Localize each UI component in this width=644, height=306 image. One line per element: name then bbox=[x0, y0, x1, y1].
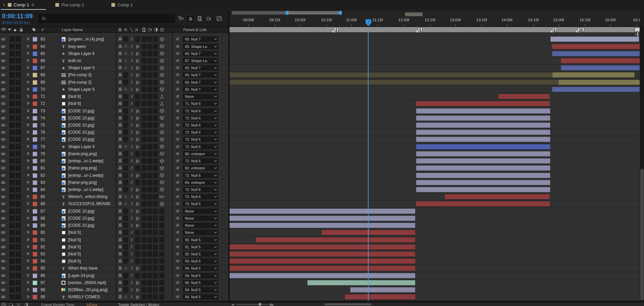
lock-toggle[interactable] bbox=[16, 173, 21, 178]
layer-name[interactable]: [Null 5] bbox=[68, 238, 116, 242]
audio-column-icon[interactable] bbox=[8, 28, 12, 31]
video-toggle-icon[interactable] bbox=[1, 217, 5, 220]
lock-toggle[interactable] bbox=[16, 216, 21, 221]
adjustment-cell[interactable] bbox=[153, 216, 158, 221]
layer-row[interactable]: >84[entrep...ur-1.webp]/fx72. Null 6 bbox=[0, 186, 644, 193]
expand-arrow-icon[interactable]: > bbox=[27, 215, 29, 221]
motion-blur-cell[interactable] bbox=[147, 208, 152, 214]
shy-toggle[interactable] bbox=[117, 223, 123, 228]
parent-dropdown[interactable]: 72. Null 6 bbox=[183, 108, 218, 114]
layer-name[interactable]: When they have bbox=[68, 266, 116, 271]
pick-whip-icon[interactable] bbox=[175, 144, 180, 149]
frame-blend-cell[interactable] bbox=[141, 108, 146, 114]
3d-toggle[interactable] bbox=[159, 122, 164, 128]
quality-toggle[interactable]: / bbox=[129, 294, 134, 300]
frame-blend-cell[interactable] bbox=[141, 94, 146, 99]
layer-row[interactable]: >87[CODE 10.jpg]/fxNone bbox=[0, 208, 644, 215]
quality-toggle[interactable]: / bbox=[129, 223, 134, 228]
motion-blur-cell[interactable] bbox=[147, 137, 152, 142]
lock-toggle[interactable] bbox=[16, 36, 21, 42]
motion-blur-cell[interactable] bbox=[147, 115, 152, 121]
shy-toggle[interactable] bbox=[117, 151, 123, 157]
adjustment-cell[interactable] bbox=[153, 280, 158, 285]
pick-whip-icon[interactable] bbox=[175, 223, 180, 228]
3d-toggle[interactable] bbox=[159, 165, 164, 171]
3d-toggle[interactable] bbox=[159, 80, 164, 85]
adjustment-cell[interactable] bbox=[153, 108, 158, 114]
collapse-toggle[interactable] bbox=[123, 101, 128, 106]
label-color-swatch[interactable] bbox=[33, 238, 37, 242]
layer-name[interactable]: [Null 6] bbox=[68, 101, 116, 106]
parent-dropdown[interactable]: 72. Null 6 bbox=[183, 201, 218, 206]
layer-track[interactable] bbox=[230, 50, 640, 57]
collapse-toggle[interactable] bbox=[123, 194, 128, 199]
work-area-active[interactable] bbox=[287, 11, 340, 15]
video-toggle-icon[interactable] bbox=[1, 74, 5, 76]
quality-toggle[interactable]: / bbox=[129, 72, 134, 78]
3d-cell[interactable] bbox=[159, 258, 164, 264]
adjustment-cell[interactable] bbox=[153, 87, 158, 92]
work-area-bar[interactable] bbox=[232, 11, 287, 15]
pick-whip-icon[interactable] bbox=[175, 173, 180, 178]
layer-track[interactable] bbox=[230, 208, 640, 215]
pick-whip-icon[interactable] bbox=[175, 187, 180, 192]
layer-track[interactable] bbox=[230, 136, 640, 143]
parent-dropdown[interactable]: 82. entrepre bbox=[183, 165, 218, 171]
layer-name[interactable]: RARELY COMES bbox=[68, 295, 116, 299]
effects-cell[interactable] bbox=[135, 94, 140, 99]
video-toggle-icon[interactable] bbox=[1, 117, 5, 119]
layer-row[interactable]: >82[entrep...ur-1.webp]/fx72. Null 6 bbox=[0, 172, 644, 179]
lock-toggle[interactable] bbox=[16, 51, 21, 56]
label-color-swatch[interactable] bbox=[33, 230, 37, 235]
3d-toggle[interactable] bbox=[159, 87, 164, 92]
shy-toggle[interactable] bbox=[117, 44, 123, 49]
zoom-slider-knob[interactable] bbox=[259, 303, 261, 306]
effects-indicator[interactable]: fx bbox=[135, 122, 140, 128]
collapse-toggle[interactable] bbox=[123, 72, 128, 78]
effects-indicator[interactable]: fx bbox=[135, 72, 140, 78]
parent-dropdown[interactable]: 93. Null 5 bbox=[183, 258, 218, 264]
shy-toggle[interactable] bbox=[117, 87, 123, 92]
layer-row[interactable]: >70★Shape Layer 5/fx60. Null 7 bbox=[0, 86, 644, 93]
quality-toggle[interactable]: / bbox=[129, 201, 134, 206]
adjustment-cell[interactable] bbox=[153, 180, 158, 185]
layer-track[interactable] bbox=[230, 79, 640, 86]
3d-cell[interactable] bbox=[159, 208, 164, 214]
parent-dropdown[interactable]: 80. entrepre bbox=[183, 151, 218, 157]
3d-toggle[interactable] bbox=[159, 130, 164, 135]
effects-cell[interactable] bbox=[135, 251, 140, 257]
layer-name[interactable]: Shape Layer 4 bbox=[68, 144, 116, 149]
solo-toggle[interactable] bbox=[9, 208, 15, 214]
solo-toggle[interactable] bbox=[9, 137, 15, 142]
lock-toggle[interactable] bbox=[16, 130, 21, 135]
label-color-swatch[interactable] bbox=[33, 223, 37, 228]
zoom-in-icon[interactable] bbox=[269, 303, 274, 306]
quality-toggle[interactable]: / bbox=[129, 208, 134, 214]
adjustment-cell[interactable] bbox=[153, 251, 158, 257]
expand-arrow-icon[interactable]: > bbox=[27, 79, 29, 85]
quality-toggle[interactable]: / bbox=[129, 44, 134, 49]
collapse-toggle[interactable] bbox=[123, 94, 128, 99]
motion-blur-cell[interactable] bbox=[147, 36, 152, 42]
quality-toggle[interactable]: / bbox=[129, 144, 134, 149]
label-color-swatch[interactable] bbox=[33, 152, 37, 156]
collapse-toggle[interactable] bbox=[123, 44, 128, 49]
collapse-toggle[interactable] bbox=[123, 80, 128, 85]
effects-indicator[interactable]: fx bbox=[135, 80, 140, 85]
shy-toggle[interactable] bbox=[117, 94, 123, 99]
pick-whip-icon[interactable] bbox=[175, 87, 180, 92]
layer-row[interactable]: >65★Shape Layer 6/fx60. Null 7 bbox=[0, 50, 644, 57]
collapse-toggle[interactable] bbox=[123, 65, 128, 71]
3d-cell[interactable] bbox=[159, 273, 164, 278]
layer-name[interactable]: [frame-png.png] bbox=[68, 166, 116, 170]
collapse-column-icon[interactable] bbox=[124, 28, 128, 32]
pick-whip-icon[interactable] bbox=[175, 94, 180, 99]
layer-row[interactable]: >74[CODE 10.jpg]/fx72. Null 6 bbox=[0, 115, 644, 122]
adjustment-cell[interactable] bbox=[153, 208, 158, 214]
layer-row[interactable]: >66Tbuilt on/fx67. Shape La bbox=[0, 57, 644, 64]
pick-whip-icon[interactable] bbox=[175, 237, 180, 243]
label-color-swatch[interactable] bbox=[33, 295, 37, 299]
layer-duration-bar[interactable] bbox=[416, 122, 550, 128]
lock-toggle[interactable] bbox=[16, 94, 21, 99]
frame-blend-column-icon[interactable] bbox=[142, 28, 146, 32]
